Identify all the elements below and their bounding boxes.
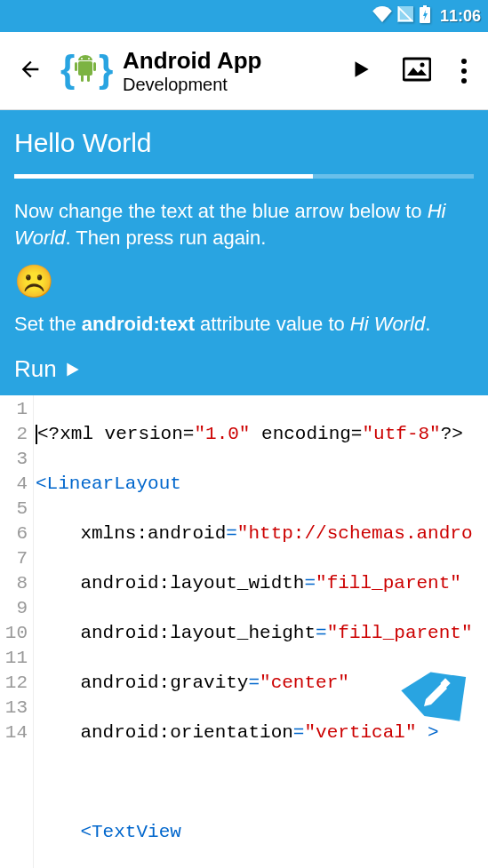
image-button[interactable] bbox=[392, 50, 442, 92]
clock: 11:06 bbox=[440, 7, 481, 26]
svg-rect-12 bbox=[404, 59, 430, 80]
svg-rect-8 bbox=[81, 75, 84, 82]
code-content[interactable]: <?xml version="1.0" encoding="utf-8"?> <… bbox=[34, 395, 488, 868]
play-icon bbox=[64, 361, 82, 378]
app-subtitle: Development bbox=[123, 75, 330, 95]
lesson-instruction-2: Set the android:text attribute value to … bbox=[14, 311, 474, 338]
progress-fill bbox=[14, 174, 313, 179]
app-logo-icon: { } bbox=[59, 46, 114, 96]
status-bar: 11:06 bbox=[0, 0, 488, 32]
svg-text:{: { bbox=[60, 48, 75, 90]
progress-bar bbox=[14, 174, 474, 179]
run-link[interactable]: Run bbox=[14, 350, 474, 383]
frown-emoji-icon: ☹️ bbox=[14, 263, 474, 300]
app-title-block: Android App Development bbox=[123, 47, 330, 95]
battery-icon bbox=[419, 5, 431, 28]
svg-rect-7 bbox=[93, 62, 96, 71]
svg-point-11 bbox=[88, 58, 90, 60]
svg-rect-9 bbox=[87, 75, 90, 82]
svg-point-13 bbox=[420, 62, 425, 67]
code-editor[interactable]: 1234567891011121314 <?xml version="1.0" … bbox=[0, 395, 488, 868]
app-toolbar: { } Android App Development bbox=[0, 32, 488, 110]
run-label: Run bbox=[14, 355, 57, 383]
app-title: Android App bbox=[123, 47, 330, 75]
lesson-panel: Hello World Now change the text at the b… bbox=[0, 110, 488, 395]
signal-icon bbox=[397, 6, 413, 27]
overflow-menu-button[interactable] bbox=[451, 52, 477, 91]
lesson-title: Hello World bbox=[14, 128, 474, 158]
lesson-instruction-1: Now change the text at the blue arrow be… bbox=[14, 198, 474, 251]
back-button[interactable] bbox=[11, 50, 50, 92]
line-gutter: 1234567891011121314 bbox=[0, 395, 34, 868]
edit-fab-button[interactable] bbox=[392, 655, 472, 735]
svg-point-10 bbox=[81, 58, 83, 60]
run-button[interactable] bbox=[339, 51, 383, 92]
svg-rect-2 bbox=[423, 5, 427, 7]
svg-rect-5 bbox=[78, 61, 92, 76]
wifi-icon bbox=[372, 6, 392, 27]
svg-rect-6 bbox=[75, 62, 77, 71]
svg-text:}: } bbox=[99, 48, 113, 90]
